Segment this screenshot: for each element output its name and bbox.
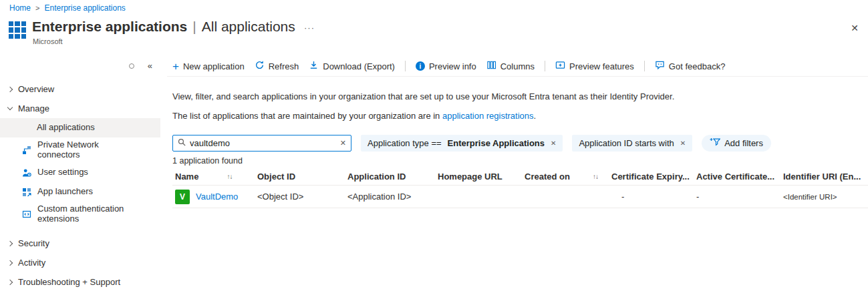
column-header-label: Homepage URL (438, 172, 502, 182)
page-title-separator: | (192, 19, 196, 34)
page-description: View, filter, and search applications in… (172, 91, 674, 101)
user-settings-icon (22, 168, 31, 178)
sidebar-item-label: Security (18, 238, 49, 248)
column-header-label: Identifier URI (En... (783, 172, 861, 182)
got-feedback-button[interactable]: Got feedback? (655, 60, 726, 72)
object-id-cell: <Object ID> (255, 192, 345, 202)
sidebar-item-private-network-connectors[interactable]: Private Network connectors (0, 137, 160, 163)
new-application-button[interactable]: + New application (172, 61, 245, 72)
sidebar-group-troubleshooting-support[interactable]: Troubleshooting + Support (0, 272, 160, 292)
remove-filter-icon[interactable]: ✕ (551, 139, 556, 147)
column-header-identifier-uri[interactable]: Identifier URI (En... (780, 172, 868, 182)
preview-features-button[interactable]: Preview features (555, 60, 634, 72)
sidebar-item-label: Overview (18, 84, 54, 94)
column-header-object-id[interactable]: Object ID (255, 172, 345, 182)
toolbar-divider (405, 61, 406, 71)
filter-chip-label: Application ID starts with (579, 138, 674, 148)
sidebar-item-label: Private Network connectors (37, 140, 139, 160)
registrations-note: The list of applications that are mainta… (172, 111, 536, 121)
table-row[interactable]: V VaultDemo <Object ID> <Application ID>… (172, 186, 868, 208)
breadcrumb-current-link[interactable]: Enterprise applications (44, 3, 125, 13)
app-launchers-icon (22, 188, 31, 197)
application-id-cell: <Application ID> (345, 192, 435, 202)
add-filters-label: Add filters (724, 138, 763, 148)
sidebar-controls: « (129, 61, 152, 71)
table-header-row: Name ↑↓ Object ID Application ID Homepag… (172, 168, 868, 186)
column-header-active-certificate[interactable]: Active Certificate... (694, 172, 780, 182)
download-export-button[interactable]: Download (Export) (309, 60, 395, 72)
search-icon (178, 138, 186, 148)
column-header-certificate-expiry[interactable]: Certificate Expiry... (609, 172, 694, 182)
clear-search-icon[interactable]: ✕ (340, 139, 346, 147)
app-avatar: V (175, 190, 190, 204)
filter-chip-value: Enterprise Applications (448, 138, 545, 148)
column-header-label: Active Certificate... (696, 172, 774, 182)
menu-circle-icon[interactable] (129, 63, 134, 69)
result-count: 1 application found (172, 156, 243, 166)
new-application-label: New application (183, 61, 245, 71)
certificate-expiry-cell: - (609, 192, 694, 202)
page-title-section: All applications (202, 19, 295, 34)
enterprise-applications-icon (9, 21, 26, 39)
sidebar-group-manage[interactable]: Manage (0, 99, 160, 118)
app-name-link[interactable]: VaultDemo (196, 192, 238, 202)
sidebar-item-label: Troubleshooting + Support (18, 277, 120, 287)
active-certificate-cell: - (694, 192, 780, 202)
search-box: ✕ (172, 135, 351, 152)
column-header-label: Application ID (347, 172, 406, 182)
column-header-homepage-url[interactable]: Homepage URL (435, 172, 522, 182)
breadcrumb-separator: > (35, 4, 39, 12)
breadcrumb: Home > Enterprise applications (9, 3, 126, 13)
identifier-uri-cell: <Identifier URI> (780, 193, 868, 201)
sort-icon[interactable]: ↑↓ (593, 173, 598, 180)
chevron-right-icon (7, 260, 13, 265)
column-header-application-id[interactable]: Application ID (345, 172, 435, 182)
sort-icon[interactable]: ↑↓ (227, 173, 232, 180)
refresh-button[interactable]: Refresh (255, 60, 299, 72)
column-header-created-on[interactable]: Created on ↑↓ (522, 172, 609, 182)
page-title: Enterprise applications|All applications (32, 19, 295, 35)
more-options-icon[interactable]: ··· (304, 23, 315, 33)
sidebar: « Overview Manage All applications Priva… (0, 57, 160, 297)
download-export-label: Download (Export) (323, 61, 395, 71)
add-filters-button[interactable]: Add filters (702, 135, 771, 152)
search-input[interactable] (190, 138, 336, 148)
sidebar-item-label: App launchers (37, 187, 93, 197)
sidebar-group-activity[interactable]: Activity (0, 253, 160, 272)
close-icon[interactable]: ✕ (851, 23, 859, 33)
filter-chip-application-type[interactable]: Application type == Enterprise Applicati… (361, 135, 563, 152)
sidebar-item-user-settings[interactable]: User settings (0, 163, 160, 182)
collapse-menu-icon[interactable]: « (148, 61, 152, 71)
org-subtitle: Microsoft (33, 37, 63, 45)
column-header-label: Certificate Expiry... (611, 172, 690, 182)
sidebar-item-overview[interactable]: Overview (0, 79, 160, 99)
chevron-down-icon (7, 105, 13, 110)
breadcrumb-home-link[interactable]: Home (9, 3, 31, 13)
command-bar: + New application Refresh Download (Expo… (172, 57, 725, 75)
custom-authentication-extensions-icon (22, 210, 31, 219)
filter-chip-application-id[interactable]: Application ID starts with ✕ (572, 135, 692, 152)
sidebar-item-app-launchers[interactable]: App launchers (0, 182, 160, 202)
application-registrations-link[interactable]: application registrations (442, 111, 534, 121)
preview-features-icon (555, 60, 565, 72)
column-header-label: Created on (525, 172, 570, 182)
got-feedback-label: Got feedback? (669, 61, 726, 71)
active-certificate-value: - (696, 192, 699, 202)
columns-button[interactable]: Columns (486, 60, 535, 72)
preview-info-button[interactable]: i Preview info (416, 61, 476, 71)
chevron-right-icon (7, 86, 13, 91)
remove-filter-icon[interactable]: ✕ (680, 139, 686, 147)
chevron-right-icon (7, 279, 13, 284)
sidebar-nav: Overview Manage All applications Private… (0, 79, 160, 292)
sidebar-item-label: Custom authentication extensions (37, 204, 139, 224)
sidebar-item-label: All applications (37, 123, 95, 133)
filter-chip-label: Application type == (368, 138, 442, 148)
preview-features-label: Preview features (569, 61, 634, 71)
sidebar-item-label: Manage (18, 103, 49, 113)
toolbar-bottom-divider (167, 76, 868, 77)
sidebar-group-security[interactable]: Security (0, 234, 160, 253)
column-header-name[interactable]: Name ↑↓ (172, 172, 255, 182)
sidebar-item-all-applications[interactable]: All applications (0, 118, 160, 137)
sidebar-item-custom-authentication-extensions[interactable]: Custom authentication extensions (0, 202, 160, 227)
registrations-note-period: . (534, 111, 537, 121)
